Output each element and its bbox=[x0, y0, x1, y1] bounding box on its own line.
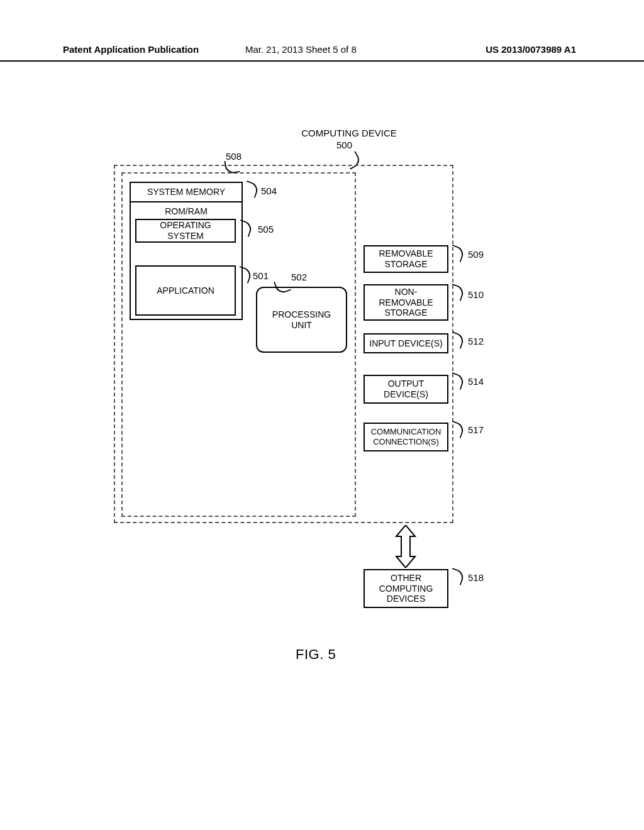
title-ref: 500 bbox=[336, 140, 352, 150]
ref-502: 502 bbox=[291, 272, 307, 282]
processing-unit-box: PROCESSING UNIT bbox=[256, 287, 347, 353]
ref-501: 501 bbox=[253, 270, 269, 281]
removable-storage-box: REMOVABLE STORAGE bbox=[364, 245, 448, 273]
ref-512: 512 bbox=[468, 336, 484, 346]
ref-509: 509 bbox=[468, 249, 484, 260]
bidirectional-arrow-icon bbox=[390, 525, 421, 568]
ref-514: 514 bbox=[468, 376, 484, 387]
ref-517: 517 bbox=[468, 424, 484, 435]
diagram-area: COMPUTING DEVICE 500 508 SYSTEM MEMORY R… bbox=[0, 0, 644, 830]
communication-box: COMMUNICATION CONNECTION(S) bbox=[364, 423, 448, 451]
other-devices-box: OTHER COMPUTING DEVICES bbox=[364, 569, 448, 608]
figure-caption: FIG. 5 bbox=[296, 646, 336, 663]
ref-518: 518 bbox=[468, 572, 484, 583]
ref-504: 504 bbox=[261, 185, 277, 196]
system-memory-sub: ROM/RAM bbox=[131, 201, 242, 217]
leader-518 bbox=[448, 568, 465, 585]
output-devices-box: OUTPUT DEVICE(S) bbox=[364, 375, 448, 404]
title-label: COMPUTING DEVICE bbox=[296, 128, 402, 139]
application-box: APPLICATION bbox=[135, 265, 236, 316]
system-memory-header: SYSTEM MEMORY bbox=[131, 183, 242, 197]
ref-505: 505 bbox=[258, 224, 274, 235]
ref-510: 510 bbox=[468, 289, 484, 300]
nonremovable-storage-box: NON- REMOVABLE STORAGE bbox=[364, 284, 448, 321]
input-devices-box: INPUT DEVICE(S) bbox=[364, 333, 448, 353]
operating-system-box: OPERATING SYSTEM bbox=[135, 219, 236, 243]
